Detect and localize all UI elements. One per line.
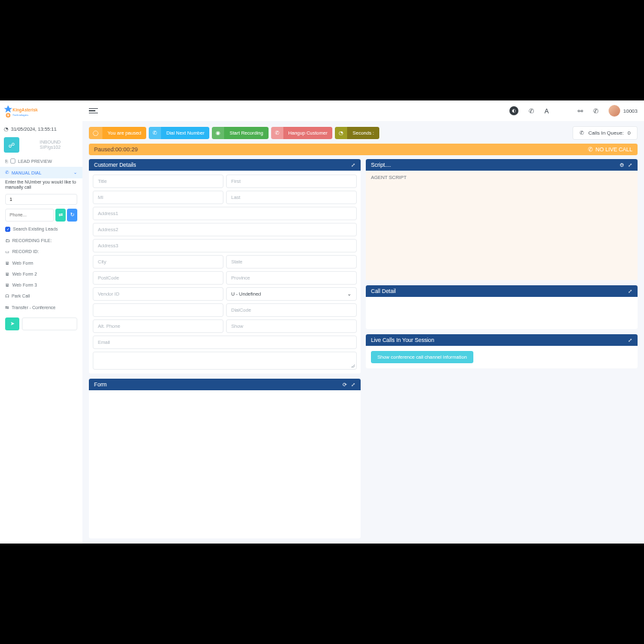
dialcode-input[interactable]: DialCode — [226, 303, 357, 317]
queue-label: Calls In Queue: — [588, 130, 623, 136]
sidebar-lead-preview[interactable]: ⎘ LEAD PREVIEW — [0, 155, 82, 167]
expand-icon[interactable]: ⤢ — [351, 382, 355, 388]
avatar — [609, 105, 620, 117]
copy-icon: ⎘ — [5, 159, 8, 164]
first-input[interactable]: First — [226, 175, 357, 188]
dark-mode-toggle[interactable]: ◐ — [509, 106, 518, 115]
start-recording-button[interactable]: ◉ Start Recording — [212, 127, 268, 139]
panel-title: Customer Details — [94, 162, 136, 168]
gear-icon[interactable]: ⚙ — [620, 162, 624, 168]
send-button[interactable]: ➤ — [5, 317, 19, 330]
phone-icon: ✆ — [588, 146, 593, 153]
brand-text-1: KingAsterisk — [13, 108, 38, 113]
phone-header-icon[interactable]: ✆ — [529, 108, 534, 115]
id-icon: ▭ — [5, 249, 10, 254]
sidebar-record-id[interactable]: ▭ RECORD ID: — [0, 246, 82, 258]
call-detail-panel: Call Detail ⤢ — [366, 285, 638, 329]
clock-icon: ◔ — [4, 126, 8, 132]
vendor-input[interactable]: Vendor ID — [93, 287, 223, 301]
chevron-down-icon: ⌄ — [347, 291, 352, 297]
transfer-icon: ⇆ — [5, 305, 9, 310]
group-header-icon[interactable]: ⚯ — [578, 108, 583, 115]
doc-icon: 🗎 — [5, 261, 10, 265]
blank-input[interactable] — [93, 303, 223, 317]
sidebar-recording-file[interactable]: 🗀 RECORDING FILE: — [0, 235, 82, 246]
show-conference-button[interactable]: Show conference call channel information — [371, 351, 473, 363]
headset-icon: ☊ — [5, 294, 9, 299]
gender-select[interactable]: U - Undefined ⌄ — [226, 287, 357, 301]
address1-input[interactable]: Address1 — [93, 207, 357, 220]
expand-icon[interactable]: ⤢ — [628, 337, 632, 343]
expand-icon[interactable]: ⤢ — [351, 162, 355, 168]
search-existing-checkbox[interactable] — [5, 227, 10, 232]
paused-button[interactable]: ◯ You are paused — [89, 127, 146, 139]
hangup-icon: ✆ — [271, 127, 283, 139]
title-input[interactable]: Title — [93, 175, 223, 188]
hangup-button[interactable]: ✆ Hangup Customer — [271, 127, 333, 139]
inbound-icon[interactable]: ☍ — [4, 137, 19, 153]
datetime-row: ◔ 31/05/2024, 13:55:11 — [0, 124, 82, 135]
user-menu[interactable]: 10003 — [609, 105, 638, 117]
script-body: AGENT SCRIPT — [366, 171, 638, 280]
main: ◐ ✆ 𐌀 ⚯ ✆ 10003 ◯ You are paused ✆ — [82, 100, 644, 544]
city-input[interactable]: City — [93, 255, 223, 269]
action-row: ◯ You are paused ✆ Dial Next Number ◉ St… — [89, 126, 638, 140]
lead-preview-checkbox[interactable] — [10, 158, 15, 164]
expand-icon[interactable]: ⤢ — [628, 289, 632, 294]
address2-input[interactable]: Address2 — [93, 223, 357, 236]
calls-queue-button[interactable]: ✆ Calls In Queue: 0 — [573, 126, 638, 140]
country-code-input[interactable] — [5, 194, 77, 205]
dial-alt-button[interactable]: ↻ — [67, 209, 77, 222]
doc-icon: 🗎 — [5, 272, 10, 276]
panel-title: Form — [94, 381, 107, 388]
sidebar-item-transfer[interactable]: ⇆ Transfer - Conference — [0, 302, 82, 314]
sidebar-item-webform3[interactable]: 🗎 Web Form 3 — [0, 279, 82, 290]
user-header-icon[interactable]: 𐌀 — [544, 108, 549, 115]
inbound-sip: SIP/gs102 — [22, 145, 79, 150]
last-input[interactable]: Last — [226, 191, 357, 204]
dial-button[interactable]: ⇄ — [55, 209, 66, 222]
state-input[interactable]: State — [226, 255, 357, 269]
sidebar-item-parkcall[interactable]: ☊ Park Call — [0, 290, 82, 302]
seconds-button[interactable]: ◔ Seconds : — [335, 127, 379, 139]
datetime-text: 31/05/2024, 13:55:11 — [11, 126, 57, 132]
chevron-down-icon: ⌄ — [73, 170, 77, 175]
app-window: KingAsterisk Technologies ◔ 31/05/2024, … — [0, 100, 644, 544]
province-input[interactable]: Province — [226, 271, 357, 285]
expand-icon[interactable]: ⤢ — [628, 162, 632, 168]
topbar: ◐ ✆ 𐌀 ⚯ ✆ 10003 — [82, 100, 644, 121]
form-body — [89, 390, 361, 500]
panel-title: Live Calls In Your Session — [371, 337, 434, 343]
sidebar: KingAsterisk Technologies ◔ 31/05/2024, … — [0, 100, 82, 544]
inbound-label: INBOUND — [22, 140, 79, 145]
address3-input[interactable]: Address3 — [93, 239, 357, 252]
brand-logo: KingAsterisk Technologies — [0, 100, 82, 124]
no-live-call: ✆ NO LIVE CALL — [588, 146, 632, 153]
refresh-icon[interactable]: ⟳ — [343, 382, 347, 388]
inbound-row: ☍ INBOUND SIP/gs102 — [0, 135, 82, 155]
notes-textarea[interactable] — [93, 352, 357, 370]
status-bar: Paused:00:00:29 ✆ NO LIVE CALL — [89, 144, 638, 155]
status-text: Paused:00:00:29 — [94, 146, 138, 153]
file-icon: 🗀 — [5, 238, 10, 243]
doc-icon: 🗎 — [5, 283, 10, 287]
customer-details-panel: Customer Details ⤢ Title First MI — [89, 159, 361, 374]
manual-dial-note: Enter the NUmber you would like to manua… — [0, 178, 82, 192]
phone-input[interactable] — [5, 209, 54, 222]
postcode-input[interactable]: PostCode — [93, 271, 223, 285]
sidebar-item-webform2[interactable]: 🗎 Web Form 2 — [0, 269, 82, 279]
show-input[interactable]: Show — [226, 319, 357, 333]
menu-toggle-button[interactable] — [89, 108, 98, 114]
sidebar-manual-dial[interactable]: ✆ MANUAL DIAL ⌄ — [0, 167, 82, 178]
mi-input[interactable]: MI — [93, 191, 223, 204]
panel-title: Script.... — [371, 162, 391, 168]
call-header-icon[interactable]: ✆ — [593, 108, 598, 115]
send-input[interactable] — [22, 317, 77, 330]
sidebar-search-existing[interactable]: Search Existing Leads — [0, 223, 82, 235]
agent-id: 10003 — [623, 108, 638, 114]
altphone-input[interactable]: Alt. Phone — [93, 319, 223, 333]
call-detail-body — [366, 297, 638, 329]
email-input[interactable]: Email — [93, 336, 357, 349]
sidebar-item-webform[interactable]: 🗎 Web Form — [0, 258, 82, 269]
dial-next-button[interactable]: ✆ Dial Next Number — [149, 127, 209, 139]
